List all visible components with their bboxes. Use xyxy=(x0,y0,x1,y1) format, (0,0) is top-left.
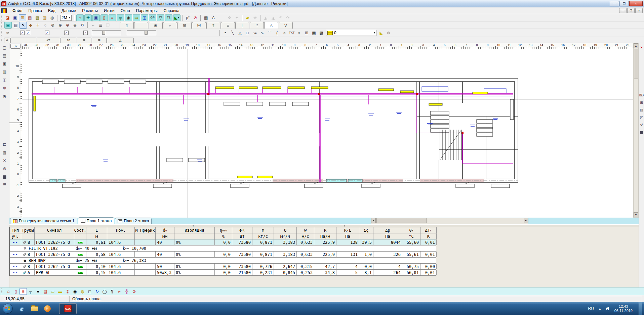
pipe-pair-icon[interactable]: ≡ xyxy=(109,14,116,21)
delete-icon[interactable]: ✕ xyxy=(1,157,8,164)
draw-line-tool[interactable]: ╲ xyxy=(229,30,236,36)
sheet-tab-3[interactable]: #T xyxy=(37,38,60,43)
cut-icon[interactable]: ⌦ xyxy=(639,92,644,98)
layer-edit-icon[interactable]: ◣ xyxy=(377,30,385,36)
gp-icon[interactable]: GP xyxy=(149,14,156,21)
sheet-tab-2[interactable] xyxy=(10,38,36,43)
draw-text-tool[interactable]: TXT xyxy=(288,30,295,36)
menu-правка[interactable]: Правка xyxy=(26,8,45,14)
pump-yellow-icon[interactable]: ◍ xyxy=(79,288,86,295)
zoom-icon[interactable]: ⊕ xyxy=(1,85,8,91)
mdi-minimize-button[interactable]: — xyxy=(619,8,627,13)
taskbar-audytor-button[interactable]: C.O. xyxy=(59,303,77,314)
general-data-icon[interactable]: ⌂ xyxy=(76,14,84,21)
clipboard-icon[interactable]: ▧ xyxy=(1,149,8,156)
preview-icon[interactable]: ◫ xyxy=(1,77,8,83)
maximize-button[interactable]: ❐ xyxy=(619,1,629,6)
menu-вид[interactable]: Вид xyxy=(45,8,58,14)
menu-справка[interactable]: Справка xyxy=(161,8,183,14)
draw-circle-tool[interactable]: ○ xyxy=(281,30,288,36)
draw-image-edit-tool[interactable]: ▩ xyxy=(318,30,325,36)
tray-expand-icon[interactable]: ▲ xyxy=(599,307,601,310)
tab-flat-schema[interactable]: Развернутая плоская схема 1 xyxy=(10,218,77,224)
hatch-icon[interactable]: ▨ xyxy=(34,14,41,21)
valve-pair-icon[interactable]: ¶ xyxy=(108,288,116,295)
pane-splitter[interactable]: ▼▼ xyxy=(9,224,639,227)
zoom-previous-icon[interactable]: ↺ xyxy=(79,22,86,29)
menu-параметры[interactable]: Параметры xyxy=(133,8,161,14)
tab-radiators[interactable]: ◉ xyxy=(149,22,163,29)
vertical-scroll-thumb[interactable] xyxy=(634,49,638,79)
tab-edit[interactable]: ◬ xyxy=(264,22,278,29)
fitting-row[interactable]: ●ВЕН ШАРdn = 25 ммkv = 76,383 xyxy=(10,258,436,264)
layer-manager-icon[interactable]: ⊛ xyxy=(385,30,392,36)
taskbar-ie-button[interactable]: e xyxy=(16,304,28,314)
slider-thumb[interactable] xyxy=(145,31,148,35)
pan-hand-icon[interactable]: ✛ xyxy=(34,22,42,29)
tab-connections[interactable]: ⌐ xyxy=(163,22,177,29)
load-100w-icon[interactable]: ‡ xyxy=(64,288,71,295)
zoom-in-icon[interactable]: ⊕ xyxy=(56,22,64,29)
flip-horizontal-icon[interactable]: ◭ xyxy=(262,14,270,21)
page-number-button[interactable]: 32 xyxy=(10,44,21,49)
search-icon[interactable]: ⊙ xyxy=(1,165,8,172)
forbid-icon[interactable]: ⊘ xyxy=(192,14,199,21)
highlighter-icon[interactable]: ▰ xyxy=(244,14,251,21)
building-edit-icon[interactable]: ⌂ xyxy=(5,288,12,295)
save-icon[interactable]: ▣ xyxy=(1,60,8,67)
menu-окно[interactable]: Окно xyxy=(118,8,133,14)
info-icon[interactable]: ◍ xyxy=(48,14,56,21)
tab-fittings[interactable]: ⋈ xyxy=(192,22,206,29)
draw-polygon-tool[interactable]: △ xyxy=(236,30,244,36)
layer-visibility-checkbox-3[interactable]: ✓ xyxy=(45,31,49,35)
tab-walls[interactable]: ▯ xyxy=(120,22,134,29)
data-table-icon[interactable]: ▣ xyxy=(4,22,12,29)
radiator-grid-icon[interactable]: ▤ xyxy=(42,288,49,295)
pipe-pair-icon[interactable]: ≡ xyxy=(19,288,27,295)
scale-combo[interactable]: 2M▾ xyxy=(60,15,72,21)
save-file-icon[interactable]: ▣ xyxy=(11,14,19,21)
calculator-icon[interactable]: ▦ xyxy=(202,14,210,21)
close-button[interactable]: ✕ xyxy=(629,1,643,6)
tab-v[interactable]: V xyxy=(279,22,293,29)
hand-move-icon[interactable]: ✦ xyxy=(233,14,241,21)
layer-visibility-checkbox-5[interactable]: ✓ xyxy=(83,31,88,35)
list-icon[interactable]: ≣ xyxy=(97,22,104,29)
radiator-icon[interactable]: ▭ xyxy=(133,14,140,21)
tab-points[interactable]: ∷ xyxy=(250,22,264,29)
sheet-tab-6[interactable]: ⊟ xyxy=(92,38,107,43)
manifold-icon[interactable]: ╥ xyxy=(27,288,34,295)
horizontal-scroll-thumb[interactable] xyxy=(376,218,427,223)
draw-callout-tool[interactable]: ⌖ xyxy=(295,30,303,36)
notes-icon[interactable]: ≣ xyxy=(1,181,8,188)
slider-thumb[interactable] xyxy=(102,31,105,35)
wall-frame-icon[interactable]: ⌐ xyxy=(116,288,123,295)
sheet-tab-5[interactable]: ⊟ xyxy=(77,38,91,43)
redline-icon[interactable]: ⌐ xyxy=(89,22,97,29)
ball-valve-icon[interactable]: ● xyxy=(34,288,42,295)
hand-point-icon[interactable]: ❖ xyxy=(226,14,233,21)
floor-plan-canvas[interactable] xyxy=(22,49,633,218)
ruler-icon[interactable]: ⊏ xyxy=(1,141,8,148)
sheet-tab-4[interactable]: 10 xyxy=(61,38,76,43)
results-chart-icon[interactable]: ◪ xyxy=(4,14,11,21)
open-icon[interactable]: ▤ xyxy=(1,52,8,59)
door-icon[interactable]: ◫ xyxy=(141,14,148,21)
add-element-icon[interactable]: ✚ xyxy=(84,14,92,21)
transform-icon[interactable]: ❋ xyxy=(251,14,259,21)
minimize-button[interactable]: — xyxy=(610,1,619,6)
pipe-net-icon[interactable]: ╬ xyxy=(123,288,130,295)
tab-devices[interactable]: ¶ xyxy=(206,22,220,29)
tank-icon[interactable]: ◯ xyxy=(101,288,108,295)
new-doc-icon[interactable]: ▢ xyxy=(1,44,8,51)
info-icon[interactable]: ◉ xyxy=(1,93,8,99)
menu-расчеты[interactable]: Расчеты xyxy=(79,8,101,14)
mdi-restore-button[interactable]: ❐ xyxy=(627,8,635,13)
zoom-extent-icon[interactable]: ⊚ xyxy=(49,22,56,29)
zoom-slider-2[interactable] xyxy=(127,30,156,35)
draw-rect-tool[interactable]: □ xyxy=(244,30,251,36)
select-cursor-icon[interactable]: ↖ xyxy=(19,22,27,29)
rotate-left-icon[interactable]: ↶ xyxy=(277,14,284,21)
radiator-white-icon[interactable]: ◻ xyxy=(86,288,93,295)
undo-icon[interactable]: ↺ xyxy=(639,122,644,128)
